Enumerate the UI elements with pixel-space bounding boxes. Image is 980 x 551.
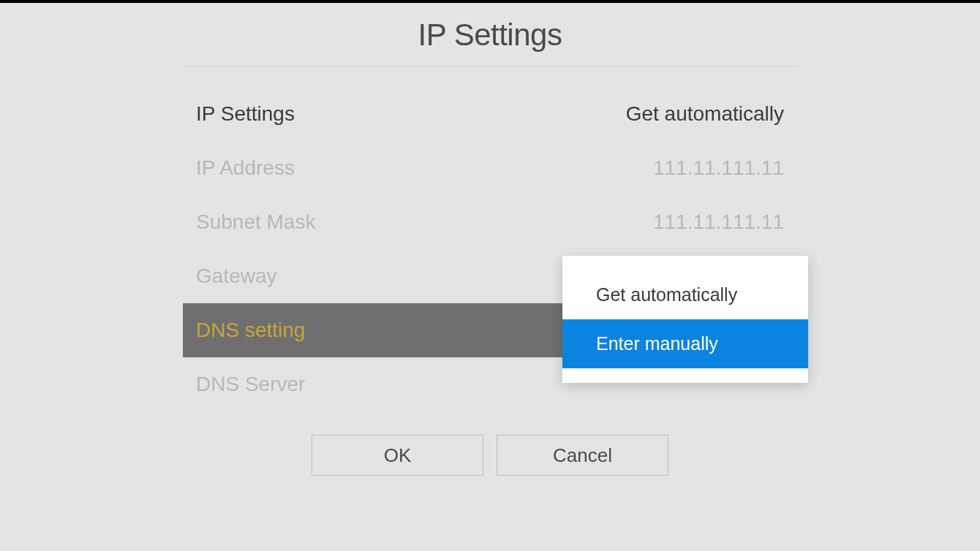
cancel-button[interactable]: Cancel: [497, 435, 668, 476]
row-subnet-mask-value: 111.11.111.11: [653, 210, 784, 234]
row-ip-address-value: 111.11.111.11: [653, 156, 784, 180]
row-dns-server-label: DNS Server: [196, 373, 305, 396]
dns-setting-popup: Get automatically Enter manually: [562, 256, 808, 383]
row-ip-address-label: IP Address: [196, 156, 295, 180]
row-subnet-mask[interactable]: Subnet Mask 111.11.111.11: [183, 195, 797, 249]
top-black-bar: [0, 0, 980, 3]
page-title: IP Settings: [183, 18, 797, 66]
popup-option-manual[interactable]: Enter manually: [562, 319, 808, 368]
popup-option-auto[interactable]: Get automatically: [562, 270, 808, 319]
settings-container: IP Settings IP Settings Get automaticall…: [183, 0, 797, 476]
row-ip-settings[interactable]: IP Settings Get automatically: [183, 87, 797, 141]
dialog-buttons: OK Cancel: [183, 435, 797, 476]
row-dns-setting-label: DNS setting: [196, 319, 305, 342]
row-gateway-label: Gateway: [196, 265, 277, 288]
row-ip-settings-value: Get automatically: [626, 102, 784, 126]
row-ip-address[interactable]: IP Address 111.11.111.11: [183, 141, 797, 195]
row-subnet-mask-label: Subnet Mask: [196, 210, 315, 234]
ok-button[interactable]: OK: [312, 435, 483, 476]
row-ip-settings-label: IP Settings: [196, 102, 295, 126]
